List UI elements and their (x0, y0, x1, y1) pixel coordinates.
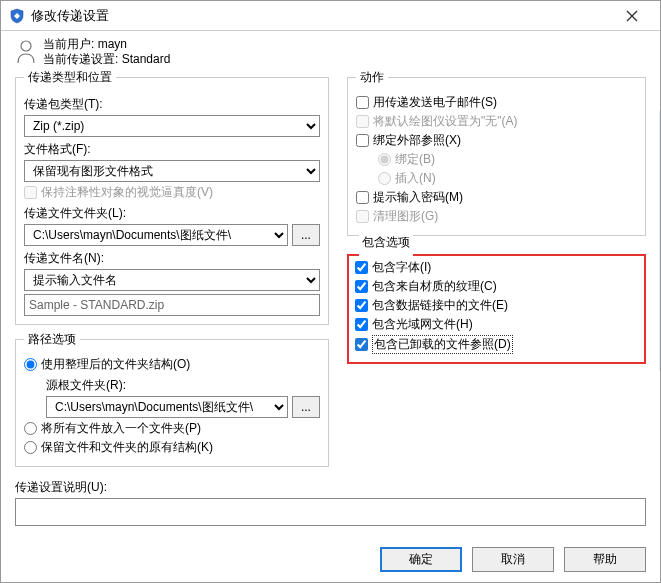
source-root-browse-button[interactable]: ... (292, 396, 320, 418)
path-options-legend: 路径选项 (24, 331, 80, 348)
file-format-label: 文件格式(F): (24, 141, 320, 158)
source-root-label: 源根文件夹(R): (46, 377, 320, 394)
cancel-button[interactable]: 取消 (472, 547, 554, 572)
path-keep-radio[interactable] (24, 441, 37, 454)
include-options-group: 包含选项 包含字体(I) 包含来自材质的纹理(C) 包含数据链接中的文件(E) … (347, 246, 646, 364)
current-user-value: mayn (98, 37, 127, 51)
folder-select[interactable]: C:\Users\mayn\Documents\图纸文件\ (24, 224, 288, 246)
description-label: 传递设置说明(U): (15, 479, 646, 496)
action-bind-radio (378, 153, 391, 166)
type-location-group: 传递类型和位置 传递包类型(T): Zip (*.zip) 文件格式(F): 保… (15, 69, 329, 325)
folder-label: 传递文件文件夹(L): (24, 205, 320, 222)
action-bindxref-checkbox[interactable] (356, 134, 369, 147)
include-fonts-checkbox[interactable] (355, 261, 368, 274)
user-info: 当前用户: mayn 当前传递设置: Standard (15, 37, 646, 67)
action-purge-label: 清理图形(G) (373, 208, 438, 225)
include-unloaded-label: 包含已卸载的文件参照(D) (372, 335, 513, 354)
include-datalink-checkbox[interactable] (355, 299, 368, 312)
titlebar: 修改传递设置 (1, 1, 660, 31)
actions-legend: 动作 (356, 69, 388, 86)
path-options-group: 路径选项 使用整理后的文件夹结构(O) 源根文件夹(R): C:\Users\m… (15, 331, 329, 467)
current-user-label: 当前用户: (43, 37, 94, 51)
include-photometric-checkbox[interactable] (355, 318, 368, 331)
user-avatar-icon (15, 37, 37, 65)
package-type-select[interactable]: Zip (*.zip) (24, 115, 320, 137)
include-textures-label: 包含来自材质的纹理(C) (372, 278, 497, 295)
include-textures-checkbox[interactable] (355, 280, 368, 293)
current-setting-label: 当前传递设置: (43, 52, 118, 66)
package-type-label: 传递包类型(T): (24, 96, 320, 113)
source-root-select[interactable]: C:\Users\mayn\Documents\图纸文件\ (46, 396, 288, 418)
keep-visual-label: 保持注释性对象的视觉逼真度(V) (41, 184, 213, 201)
include-photometric-label: 包含光域网文件(H) (372, 316, 473, 333)
action-insert-label: 插入(N) (395, 170, 436, 187)
svg-point-0 (21, 41, 31, 51)
action-bindxref-label: 绑定外部参照(X) (373, 132, 461, 149)
app-logo-icon (9, 8, 25, 24)
file-format-select[interactable]: 保留现有图形文件格式 (24, 160, 320, 182)
action-plotter-checkbox (356, 115, 369, 128)
path-keep-label: 保留文件和文件夹的原有结构(K) (41, 439, 213, 456)
include-unloaded-checkbox[interactable] (355, 338, 368, 351)
description-input[interactable] (15, 498, 646, 526)
action-password-checkbox[interactable] (356, 191, 369, 204)
filename-select[interactable]: 提示输入文件名 (24, 269, 320, 291)
type-location-legend: 传递类型和位置 (24, 69, 116, 86)
ok-button[interactable]: 确定 (380, 547, 462, 572)
path-onefolder-radio[interactable] (24, 422, 37, 435)
filename-label: 传递文件名(N): (24, 250, 320, 267)
include-options-legend: 包含选项 (359, 234, 413, 251)
current-setting-value: Standard (122, 52, 171, 66)
filename-sample-input (24, 294, 320, 316)
actions-group: 动作 用传递发送电子邮件(S) 将默认绘图仪设置为"无"(A) 绑定外部参照(X… (347, 69, 646, 236)
action-purge-checkbox (356, 210, 369, 223)
path-organized-label: 使用整理后的文件夹结构(O) (41, 356, 190, 373)
action-email-checkbox[interactable] (356, 96, 369, 109)
path-onefolder-label: 将所有文件放入一个文件夹(P) (41, 420, 201, 437)
action-plotter-label: 将默认绘图仪设置为"无"(A) (373, 113, 518, 130)
close-button[interactable] (612, 2, 652, 30)
folder-browse-button[interactable]: ... (292, 224, 320, 246)
keep-visual-checkbox (24, 186, 37, 199)
include-fonts-label: 包含字体(I) (372, 259, 431, 276)
action-email-label: 用传递发送电子邮件(S) (373, 94, 497, 111)
action-bind-label: 绑定(B) (395, 151, 435, 168)
include-datalink-label: 包含数据链接中的文件(E) (372, 297, 508, 314)
help-button[interactable]: 帮助 (564, 547, 646, 572)
path-organized-radio[interactable] (24, 358, 37, 371)
action-insert-radio (378, 172, 391, 185)
action-password-label: 提示输入密码(M) (373, 189, 463, 206)
window-title: 修改传递设置 (31, 7, 612, 25)
close-icon (626, 10, 638, 22)
